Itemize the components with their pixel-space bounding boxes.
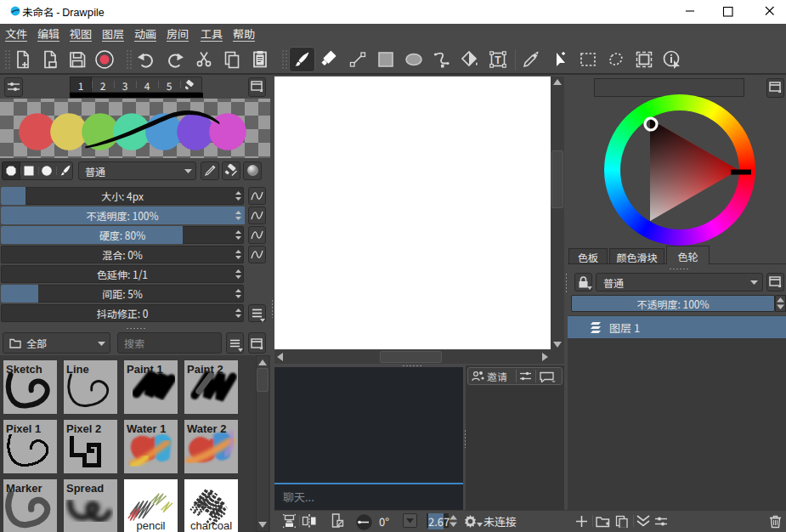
- svg-text:T: T: [495, 54, 501, 66]
